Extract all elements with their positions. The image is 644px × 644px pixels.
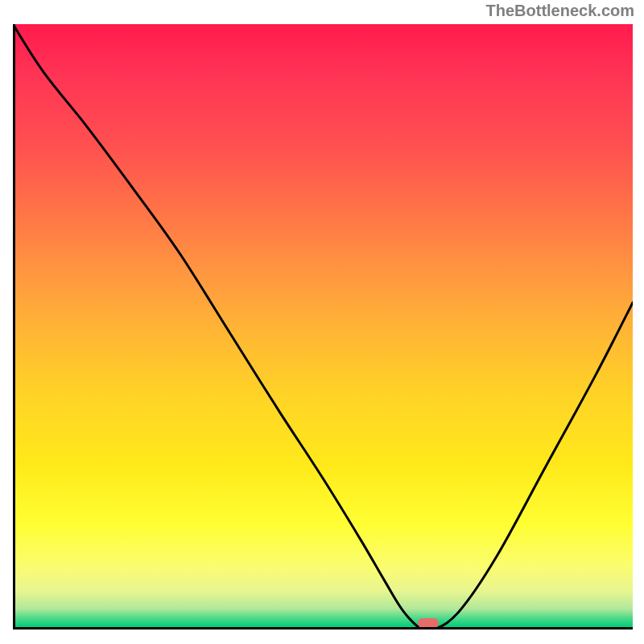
plot-background-gradient bbox=[13, 24, 633, 627]
x-axis bbox=[13, 627, 633, 630]
y-axis bbox=[13, 24, 15, 630]
watermark-text: TheBottleneck.com bbox=[486, 2, 634, 20]
bottleneck-chart bbox=[13, 24, 633, 630]
